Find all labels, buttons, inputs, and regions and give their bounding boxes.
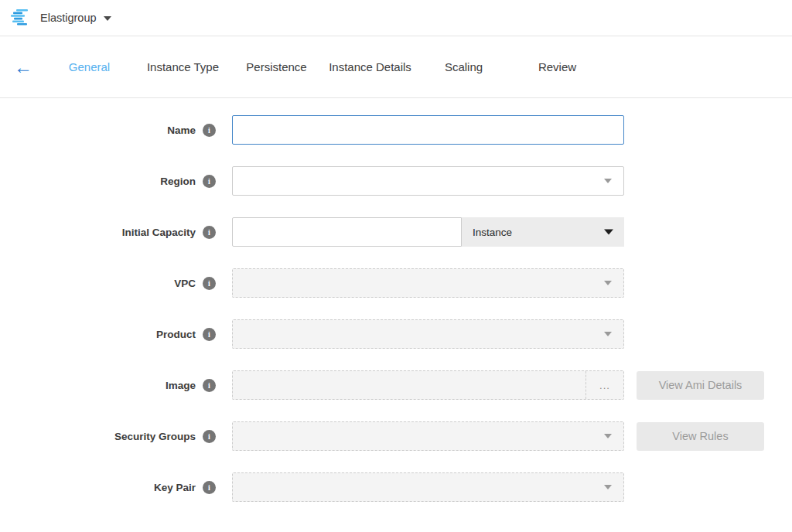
wizard-tabs: General Instance Type Persistence Instan… [43,60,604,73]
security-groups-info-icon[interactable]: i [203,430,216,443]
tab-instance-details[interactable]: Instance Details [323,60,417,73]
key-pair-select [232,472,624,502]
capacity-unit-select[interactable]: Instance [462,217,624,247]
region-chevron-down-icon [604,179,612,183]
tab-persistence[interactable]: Persistence [230,60,323,73]
key-pair-info-icon[interactable]: i [203,481,216,494]
app-switcher-chevron-down-icon[interactable] [104,16,111,21]
product-select [232,319,624,349]
wizard-tab-bar: ← General Instance Type Persistence Inst… [0,36,792,98]
elastigroup-logo-icon [11,9,31,26]
initial-capacity-info-icon[interactable]: i [203,226,216,239]
security-groups-row: Security Groups i View Rules [0,421,792,451]
vpc-info-icon[interactable]: i [203,277,216,290]
view-rules-button[interactable]: View Rules [637,422,764,451]
image-browse-button[interactable]: ... [585,371,623,399]
vpc-label: VPC [174,278,196,289]
vpc-row: VPC i [0,268,792,298]
region-info-icon[interactable]: i [203,175,216,188]
tab-instance-type[interactable]: Instance Type [136,60,230,73]
key-pair-chevron-down-icon [604,485,612,489]
capacity-unit-chevron-down-icon [604,230,613,235]
vpc-select [232,268,624,298]
name-row: Name i [0,115,792,145]
product-label: Product [156,329,196,340]
name-label: Name [167,124,196,136]
image-label: Image [166,380,196,391]
region-select[interactable] [232,166,624,196]
product-chevron-down-icon [604,332,612,336]
top-bar: Elastigroup [0,0,792,36]
security-groups-label: Security Groups [114,431,196,442]
app-switcher-label[interactable]: Elastigroup [40,12,97,24]
image-info-icon[interactable]: i [203,379,216,392]
name-info-icon[interactable]: i [203,124,216,137]
product-info-icon[interactable]: i [203,328,216,341]
tab-general[interactable]: General [43,60,136,73]
initial-capacity-row: Initial Capacity i Instance [0,217,792,247]
tab-review[interactable]: Review [510,60,604,73]
key-pair-row: Key Pair i [0,472,792,502]
capacity-unit-value: Instance [473,227,512,238]
image-row: Image i ... View Ami Details [0,370,792,400]
initial-capacity-input[interactable] [232,217,462,247]
view-ami-details-button[interactable]: View Ami Details [637,371,764,400]
general-settings-form: Name i Region i Initial Capacity i Insta… [0,98,792,502]
initial-capacity-label: Initial Capacity [122,227,196,238]
product-row: Product i [0,319,792,349]
security-groups-chevron-down-icon [604,434,612,438]
tab-scaling[interactable]: Scaling [417,60,510,73]
name-input[interactable] [232,115,624,145]
vpc-chevron-down-icon [604,281,612,285]
back-arrow-icon[interactable]: ← [14,58,32,77]
security-groups-select [232,421,624,451]
key-pair-label: Key Pair [154,482,196,493]
image-input: ... [232,370,624,400]
region-label: Region [160,176,196,187]
region-row: Region i [0,166,792,196]
